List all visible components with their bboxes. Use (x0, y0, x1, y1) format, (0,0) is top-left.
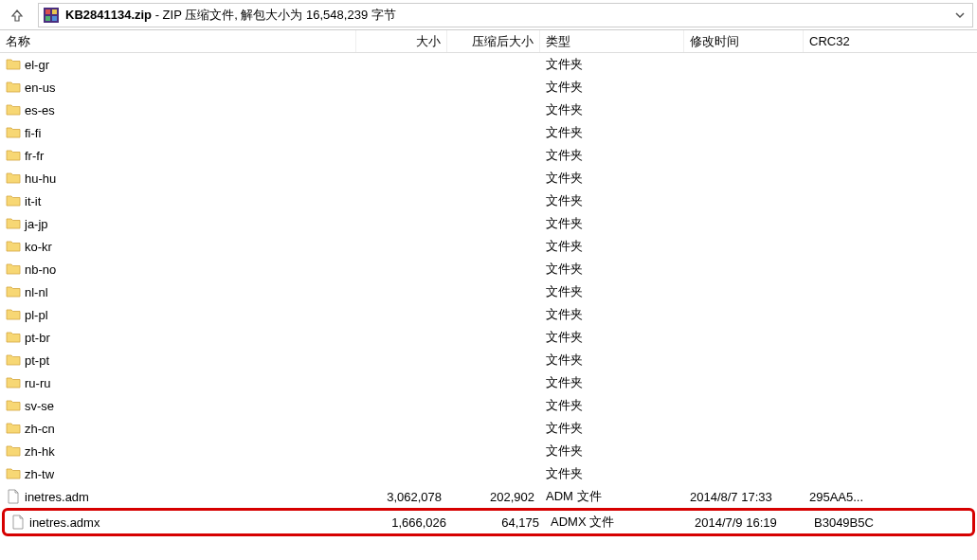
svg-rect-3 (45, 16, 50, 21)
file-name-label: pt-br (25, 331, 50, 345)
cell-size: 1,666,026 (361, 515, 452, 530)
folder-icon (6, 216, 21, 231)
cell-name: pt-br (0, 330, 356, 345)
cell-name: nl-nl (0, 284, 356, 299)
folder-row[interactable]: el-gr文件夹 (0, 53, 977, 76)
cell-type: 文件夹 (540, 147, 684, 164)
chevron-down-icon (955, 10, 965, 20)
column-header-type[interactable]: 类型 (540, 30, 684, 52)
file-name-label: inetres.adm (25, 490, 89, 504)
folder-row[interactable]: hu-hu文件夹 (0, 167, 977, 190)
folder-row[interactable]: ja-jp文件夹 (0, 212, 977, 235)
cell-crc: 295AA5... (804, 490, 955, 504)
svg-rect-1 (45, 9, 50, 14)
file-name-label: it-it (25, 194, 41, 208)
cell-name: en-us (0, 80, 356, 95)
folder-icon (6, 284, 21, 299)
folder-icon (6, 148, 21, 163)
folder-row[interactable]: fi-fi文件夹 (0, 121, 977, 144)
folder-row[interactable]: it-it文件夹 (0, 190, 977, 212)
folder-row[interactable]: es-es文件夹 (0, 99, 977, 121)
cell-name: it-it (0, 193, 356, 208)
cell-name: pt-pt (0, 352, 356, 368)
folder-icon (6, 352, 21, 368)
cell-type: 文件夹 (540, 261, 684, 278)
cell-type: 文件夹 (540, 283, 684, 300)
folder-row[interactable]: pt-pt文件夹 (0, 349, 977, 371)
cell-type: 文件夹 (540, 170, 684, 187)
column-header-packed[interactable]: 压缩后大小 (447, 30, 540, 52)
folder-row[interactable]: nb-no文件夹 (0, 258, 977, 280)
file-name-label: en-us (25, 81, 56, 95)
folder-icon (6, 125, 21, 140)
up-button[interactable] (4, 2, 30, 28)
column-header-size[interactable]: 大小 (356, 30, 447, 52)
folder-icon (6, 193, 21, 208)
column-header-date[interactable]: 修改时间 (684, 30, 804, 52)
folder-row[interactable]: ko-kr文件夹 (0, 235, 977, 258)
folder-icon (6, 443, 21, 459)
folder-row[interactable]: zh-cn文件夹 (0, 417, 977, 440)
cell-name: inetres.adm (0, 489, 356, 504)
cell-packed: 64,175 (452, 515, 545, 530)
rows-container: el-gr文件夹en-us文件夹es-es文件夹fi-fi文件夹fr-fr文件夹… (0, 53, 977, 536)
cell-name: es-es (0, 102, 356, 117)
cell-crc: B3049B5C (808, 515, 960, 530)
svg-rect-2 (52, 9, 57, 14)
cell-type: 文件夹 (540, 397, 684, 414)
address-dropdown-button[interactable] (951, 10, 968, 20)
cell-name: hu-hu (0, 171, 356, 186)
column-header-name[interactable]: 名称 (0, 30, 356, 52)
cell-type: 文件夹 (540, 352, 684, 369)
cell-name: ko-kr (0, 239, 356, 254)
folder-icon (6, 262, 21, 277)
folder-icon (6, 80, 21, 95)
address-text: KB2841134.zip - ZIP 压缩文件, 解包大小为 16,548,2… (65, 7, 951, 24)
file-list: 名称 大小 压缩后大小 类型 修改时间 CRC32 el-gr文件夹en-us文… (0, 30, 977, 536)
cell-packed: 202,902 (447, 490, 540, 504)
folder-row[interactable]: nl-nl文件夹 (0, 280, 977, 303)
folder-row[interactable]: ru-ru文件夹 (0, 371, 977, 394)
folder-row[interactable]: fr-fr文件夹 (0, 144, 977, 167)
cell-name: fr-fr (0, 148, 356, 163)
folder-row[interactable]: pl-pl文件夹 (0, 303, 977, 326)
file-name-label: el-gr (25, 58, 49, 72)
file-row[interactable]: inetres.adm3,062,078202,902ADM 文件2014/8/… (0, 485, 977, 508)
folder-row[interactable]: sv-se文件夹 (0, 394, 977, 417)
address-bar[interactable]: KB2841134.zip - ZIP 压缩文件, 解包大小为 16,548,2… (38, 3, 973, 27)
cell-size: 3,062,078 (356, 490, 447, 504)
folder-row[interactable]: zh-hk文件夹 (0, 440, 977, 462)
file-name-label: nb-no (25, 262, 56, 277)
file-name-label: ja-jp (25, 217, 48, 231)
archive-app-icon (43, 7, 60, 24)
file-row[interactable]: inetres.admx1,666,02664,175ADMX 文件2014/7… (5, 511, 972, 533)
cell-name: pl-pl (0, 307, 356, 322)
arrow-up-icon (10, 9, 24, 22)
cell-date: 2014/8/7 17:33 (684, 490, 804, 504)
folder-icon (6, 375, 21, 390)
file-name-label: es-es (25, 103, 55, 117)
cell-name: zh-tw (0, 466, 356, 481)
cell-name: inetres.admx (5, 515, 361, 530)
toolbar: KB2841134.zip - ZIP 压缩文件, 解包大小为 16,548,2… (0, 0, 977, 30)
cell-type: 文件夹 (540, 215, 684, 232)
cell-type: 文件夹 (540, 101, 684, 118)
folder-icon (6, 239, 21, 254)
cell-name: el-gr (0, 57, 356, 72)
folder-row[interactable]: zh-tw文件夹 (0, 462, 977, 485)
cell-name: fi-fi (0, 125, 356, 140)
column-header-crc[interactable]: CRC32 (804, 30, 955, 52)
folder-row[interactable]: pt-br文件夹 (0, 326, 977, 349)
cell-name: ru-ru (0, 375, 356, 390)
cell-name: sv-se (0, 398, 356, 413)
folder-icon (6, 330, 21, 345)
file-icon (6, 489, 21, 504)
folder-icon (6, 398, 21, 413)
file-icon (10, 515, 26, 530)
folder-row[interactable]: en-us文件夹 (0, 76, 977, 99)
file-name-label: zh-hk (25, 444, 55, 459)
cell-type: 文件夹 (540, 238, 684, 255)
file-name-label: pl-pl (25, 308, 48, 322)
folder-icon (6, 307, 21, 322)
file-name-label: hu-hu (25, 172, 56, 186)
